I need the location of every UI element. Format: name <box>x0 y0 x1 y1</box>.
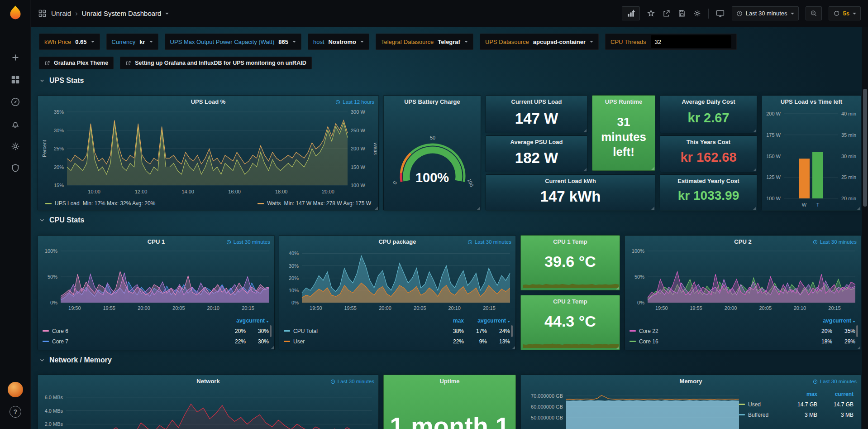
variable-ups-max-output[interactable]: UPS Max Output Power Capacity (Watt) 865 <box>165 34 301 50</box>
refresh-picker[interactable]: 5s <box>829 6 861 20</box>
dashboard-grid-icon[interactable] <box>38 9 47 18</box>
variable-ups-datasource[interactable]: UPS Datasource apcupsd-container <box>480 34 599 50</box>
legend-series-name[interactable]: Core 6 <box>52 328 68 334</box>
clock-icon <box>226 240 231 245</box>
legend-header-avg[interactable]: avg <box>223 318 246 324</box>
panel-title[interactable]: UPS Load vs Time left <box>762 98 861 105</box>
variable-host[interactable]: host Nostromo <box>308 34 369 50</box>
legend-series-stats: Min: 17% Max: 32% Avg: 20% <box>83 200 156 207</box>
section-cpu-stats[interactable]: CPU Stats <box>39 216 84 224</box>
scrollbar-thumb[interactable] <box>863 89 867 207</box>
variable-cpu-threads: CPU Threads 32 <box>605 34 737 50</box>
stat-value: 1 month 1 <box>384 411 515 429</box>
stat-value: 147 kWh <box>486 188 655 205</box>
variable-label: Currency <box>112 39 136 45</box>
chevron-down-icon <box>39 217 45 223</box>
save-icon[interactable] <box>677 9 686 18</box>
legend-series-name[interactable]: UPS Load <box>55 200 80 207</box>
network-chart: 2.0 MBs4.0 MBs6.0 MBs <box>41 388 377 429</box>
svg-text:20 min: 20 min <box>841 196 856 201</box>
svg-text:20:10: 20:10 <box>794 305 806 311</box>
link-grafana-plex-theme[interactable]: Grafana Plex Theme <box>39 57 114 69</box>
sidebar: ? <box>0 0 31 429</box>
legend-series-name[interactable]: Core 16 <box>639 338 658 345</box>
template-variables: kWh Price 0.65 Currency kr UPS Max Outpu… <box>39 34 737 50</box>
breadcrumb-folder[interactable]: Unraid <box>51 10 71 17</box>
legend-swatch <box>284 330 290 332</box>
legend-scrollbar[interactable] <box>511 325 513 337</box>
variable-telegraf-datasource[interactable]: Telegraf Datasource Telegraf <box>376 34 473 50</box>
panel-title[interactable]: CPU 1 Temp <box>521 238 620 245</box>
zoom-out-button[interactable] <box>806 6 822 20</box>
panel-title[interactable]: This Years Cost <box>660 139 757 145</box>
section-network-memory[interactable]: Network / Memory <box>39 356 112 364</box>
legend-header-max[interactable]: max <box>441 318 464 324</box>
legend-series-name[interactable]: Core 22 <box>639 328 658 334</box>
legend-header-current[interactable]: current <box>246 318 269 324</box>
dashboard-title[interactable]: Unraid System Dashboard <box>82 10 162 17</box>
navbar-actions: Last 30 minutes 5s <box>622 6 861 20</box>
grafana-dashboard: ? Unraid › Unraid System Dashboard <box>0 0 868 429</box>
variable-label: UPS Max Output Power Capacity (Watt) <box>170 39 275 45</box>
section-ups-stats[interactable]: UPS Stats <box>39 77 84 85</box>
legend-header-max[interactable]: max <box>781 391 817 397</box>
dashboards-icon[interactable] <box>0 75 31 85</box>
explore-compass-icon[interactable] <box>0 97 31 107</box>
panel-title[interactable]: Estimated Yearly Cost <box>660 178 757 184</box>
configuration-gear-icon[interactable] <box>0 141 31 151</box>
panel-this-years-cost: This Years Cost kr 162.68 <box>660 135 757 172</box>
legend-header-current[interactable]: current <box>832 318 855 324</box>
svg-text:20:10: 20:10 <box>207 305 219 311</box>
panel-title[interactable]: CPU 2 Temp <box>521 298 620 305</box>
legend-header-avg[interactable]: avg <box>464 318 487 324</box>
variable-label: CPU Threads <box>610 39 646 45</box>
svg-text:18:00: 18:00 <box>275 189 288 194</box>
grafana-logo-icon[interactable] <box>0 5 31 22</box>
refresh-interval-label: 5s <box>843 10 849 17</box>
section-title: Network / Memory <box>49 356 112 364</box>
add-panel-button[interactable] <box>622 6 640 20</box>
legend-scrollbar[interactable] <box>856 325 858 337</box>
panel-title[interactable]: Average PSU Load <box>486 139 587 145</box>
cpu-threads-input[interactable]: 32 <box>651 35 731 48</box>
legend-scrollbar[interactable] <box>270 325 272 337</box>
help-icon[interactable]: ? <box>0 406 31 418</box>
panel-title[interactable]: Current Load kWh <box>486 178 655 184</box>
legend-header-current[interactable]: current <box>817 391 854 397</box>
legend-header-avg[interactable]: avg <box>809 318 832 324</box>
legend-row: Buffered 3 MB 3 MB <box>739 410 854 420</box>
panel-title[interactable]: Current UPS Load <box>486 98 587 105</box>
panel-title[interactable]: Average Daily Cost <box>660 98 757 105</box>
admin-shield-icon[interactable] <box>0 163 31 173</box>
legend-series-name[interactable]: Watts <box>267 200 281 207</box>
legend-series-name[interactable]: Used <box>748 401 761 408</box>
link-ups-monitoring-guide[interactable]: Setting up Grafana and InfluxDB for UPS … <box>120 57 311 69</box>
legend-series-name[interactable]: CPU Total <box>293 328 318 334</box>
panel-title[interactable]: UPS Battery Charge <box>384 98 481 105</box>
time-range-picker[interactable]: Last 30 minutes <box>732 6 799 20</box>
legend-header-current[interactable]: current <box>487 318 510 324</box>
legend-series-name[interactable]: Buffered <box>748 412 768 418</box>
dashboard-settings-gear-icon[interactable] <box>693 9 701 18</box>
star-icon[interactable] <box>647 9 655 18</box>
stat-value: 182 W <box>486 149 587 167</box>
panel-title[interactable]: Memory <box>521 378 861 385</box>
tv-mode-icon[interactable] <box>715 9 725 18</box>
user-avatar[interactable] <box>0 382 31 397</box>
panel-title[interactable]: Network <box>38 378 378 385</box>
legend-swatch <box>739 404 745 405</box>
legend-series-name[interactable]: Core 7 <box>52 338 68 345</box>
panel-title[interactable]: UPS Runtime <box>592 98 655 105</box>
svg-text:20:05: 20:05 <box>172 305 185 311</box>
variable-currency[interactable]: Currency kr <box>106 34 158 50</box>
panel-title[interactable]: UPS Load % <box>38 98 378 105</box>
alerting-bell-icon[interactable] <box>0 119 31 129</box>
panel-title[interactable]: Uptime <box>384 378 515 385</box>
legend-row: CPU Total 38% 17% 24% <box>284 326 510 336</box>
panel-cpu2-temp: CPU 2 Temp 44.3 °C <box>520 295 620 350</box>
create-plus-icon[interactable] <box>0 53 31 63</box>
legend-series-name[interactable]: User <box>293 338 305 345</box>
svg-text:19:55: 19:55 <box>344 305 357 311</box>
share-icon[interactable] <box>662 9 671 18</box>
variable-kwh-price[interactable]: kWh Price 0.65 <box>39 34 100 50</box>
